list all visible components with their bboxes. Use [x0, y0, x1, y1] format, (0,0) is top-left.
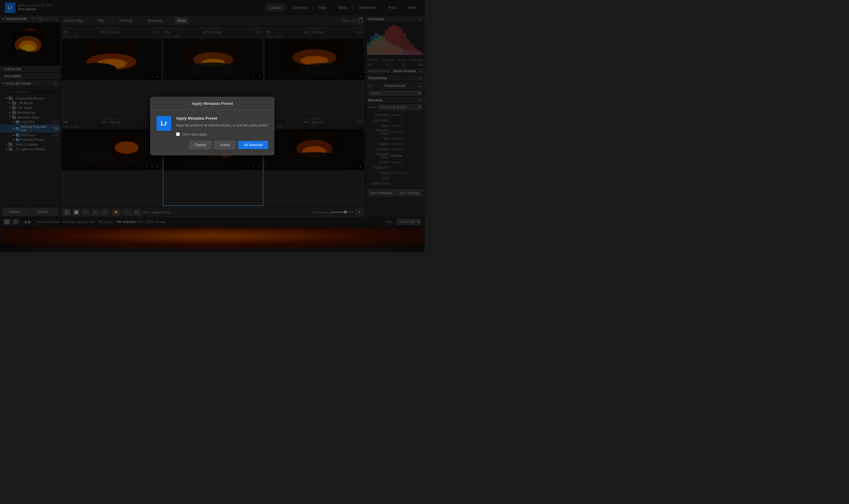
- modal-content: Apply Metadata Preset Apply the preset t…: [176, 116, 268, 149]
- modal-overlay: Apply Metadata Preset Lr Apply Metadata …: [0, 0, 424, 252]
- modal-title: Apply Metadata Preset: [150, 97, 274, 110]
- modal-heading: Apply Metadata Preset: [176, 116, 268, 121]
- all-selected-button[interactable]: All Selected: [238, 141, 268, 149]
- dont-show-again-checkbox[interactable]: [176, 132, 180, 136]
- modal-description: Apply the preset to all selected photos,…: [176, 123, 268, 128]
- modal-body: Lr Apply Metadata Preset Apply the prese…: [150, 110, 274, 155]
- active-button[interactable]: Active: [214, 141, 235, 149]
- modal-checkbox-row: Don't show again: [176, 132, 268, 136]
- cancel-button[interactable]: Cancel: [189, 141, 212, 149]
- apply-metadata-modal: Apply Metadata Preset Lr Apply Metadata …: [150, 97, 274, 156]
- dont-show-again-label: Don't show again: [182, 132, 207, 136]
- modal-buttons: Cancel Active All Selected: [176, 141, 268, 149]
- lr-modal-icon: Lr: [157, 116, 171, 131]
